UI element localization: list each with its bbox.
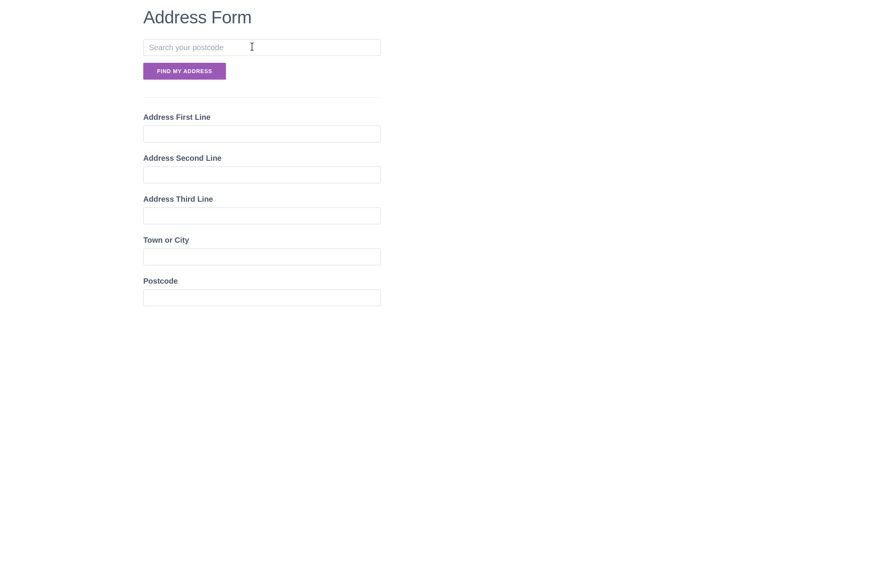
page-title: Address Form [143, 7, 381, 28]
input-address-first-line[interactable] [143, 126, 381, 142]
form-group-town-city: Town or City [143, 236, 381, 265]
input-address-third-line[interactable] [143, 207, 381, 224]
label-address-second-line: Address Second Line [143, 154, 381, 163]
address-form-container: Address Form FIND MY ADDRESS Address Fir… [143, 0, 381, 306]
label-town-city: Town or City [143, 236, 381, 245]
find-address-button[interactable]: FIND MY ADDRESS [143, 63, 226, 80]
form-group-address-second-line: Address Second Line [143, 154, 381, 183]
input-address-second-line[interactable] [143, 167, 381, 183]
label-address-first-line: Address First Line [143, 113, 381, 122]
input-town-city[interactable] [143, 248, 381, 265]
form-group-address-third-line: Address Third Line [143, 195, 381, 224]
label-postcode: Postcode [143, 277, 381, 286]
postcode-search-input[interactable] [143, 39, 381, 56]
form-group-address-first-line: Address First Line [143, 113, 381, 142]
input-postcode[interactable] [143, 289, 381, 306]
divider [143, 97, 381, 98]
label-address-third-line: Address Third Line [143, 195, 381, 204]
form-group-postcode: Postcode [143, 277, 381, 306]
